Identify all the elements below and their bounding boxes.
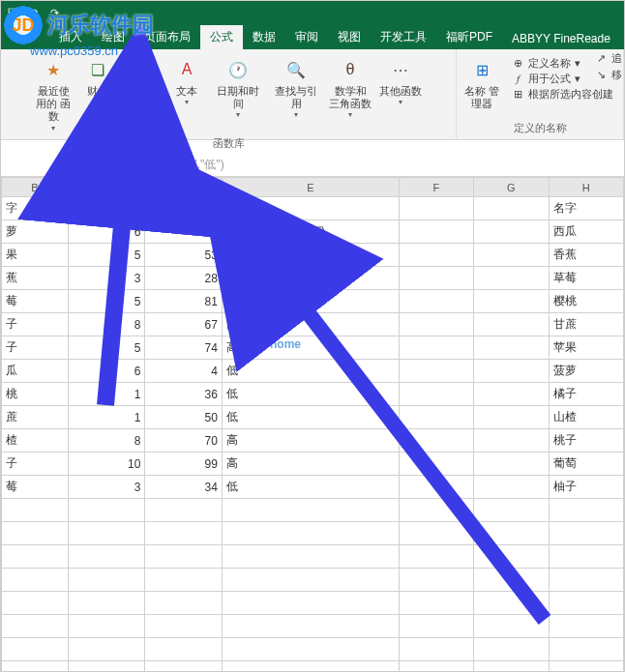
- cell[interactable]: 5: [68, 244, 145, 267]
- cell[interactable]: [399, 383, 473, 406]
- cell[interactable]: 桃: [2, 383, 69, 406]
- column-header[interactable]: C: [68, 178, 145, 197]
- column-header[interactable]: D: [145, 178, 223, 197]
- cell[interactable]: 山楂: [549, 406, 623, 429]
- cell[interactable]: 菠萝: [549, 360, 623, 383]
- cell[interactable]: 子: [2, 336, 69, 360]
- cell[interactable]: IF(D2>50,"高","低"): [222, 220, 399, 244]
- cell[interactable]: [474, 220, 549, 244]
- cell[interactable]: [474, 290, 549, 313]
- redo-icon[interactable]: ↷: [47, 6, 61, 19]
- cell[interactable]: [474, 615, 549, 638]
- cell[interactable]: 67: [145, 313, 223, 336]
- cell[interactable]: [399, 360, 473, 383]
- cell[interactable]: [2, 522, 69, 545]
- cell[interactable]: [474, 476, 549, 499]
- table-row[interactable]: 楂870高桃子: [2, 429, 624, 453]
- cell[interactable]: 甘蔗: [549, 313, 623, 336]
- cell[interactable]: 5: [68, 290, 145, 313]
- cell[interactable]: 6: [68, 360, 145, 383]
- cell[interactable]: [222, 499, 399, 522]
- cell[interactable]: [145, 615, 223, 638]
- cell[interactable]: [399, 592, 473, 615]
- cell[interactable]: [68, 499, 145, 522]
- cell[interactable]: 99: [145, 453, 223, 476]
- cell[interactable]: 子: [2, 453, 69, 476]
- name-manager-button[interactable]: ⊞名称 管理器: [461, 54, 503, 112]
- undo-icon[interactable]: ↶: [26, 6, 40, 19]
- cell[interactable]: [474, 569, 549, 592]
- cell[interactable]: [399, 661, 473, 673]
- tab-view[interactable]: 视图: [328, 25, 371, 49]
- cell[interactable]: [549, 522, 623, 545]
- cell[interactable]: [399, 336, 473, 360]
- cell[interactable]: 价格: [68, 197, 145, 220]
- tab-foxit[interactable]: 福昕PDF: [436, 25, 502, 49]
- cell[interactable]: [222, 661, 399, 673]
- cell[interactable]: [68, 592, 145, 615]
- tab-draw[interactable]: 绘图: [92, 25, 134, 49]
- cell[interactable]: [474, 453, 549, 476]
- spreadsheet-grid[interactable]: B C D E F G H 字价格重量大于50名字萝661IF(D2>50,"高…: [1, 177, 624, 672]
- cell[interactable]: [474, 638, 549, 661]
- cell[interactable]: [549, 615, 623, 638]
- cell[interactable]: [474, 267, 549, 290]
- cell[interactable]: 瓜: [2, 360, 69, 383]
- finance-button[interactable]: ❏财务▾: [76, 54, 119, 108]
- cell[interactable]: 61: [145, 220, 223, 244]
- cell[interactable]: [474, 592, 549, 615]
- cell[interactable]: 3: [68, 267, 145, 290]
- cell[interactable]: 36: [145, 383, 223, 406]
- cell[interactable]: 莓: [2, 290, 69, 313]
- cell[interactable]: [399, 522, 473, 545]
- table-row[interactable]: 蕉328低草莓: [2, 267, 624, 290]
- table-row[interactable]: 字价格重量大于50名字: [2, 197, 624, 220]
- table-row[interactable]: [2, 522, 624, 545]
- cancel-formula-icon[interactable]: ✕: [59, 155, 80, 176]
- text-button[interactable]: A文本▾: [165, 54, 208, 108]
- cell[interactable]: 高: [222, 336, 399, 360]
- cell[interactable]: [222, 615, 399, 638]
- cell[interactable]: 10: [68, 453, 145, 476]
- cell[interactable]: [145, 545, 223, 569]
- save-icon[interactable]: 日: [5, 6, 18, 19]
- cell[interactable]: [399, 499, 473, 522]
- cell[interactable]: [474, 336, 549, 360]
- cell[interactable]: 高: [222, 313, 399, 336]
- remove-button[interactable]: ↘移: [594, 68, 622, 82]
- cell[interactable]: 1: [68, 406, 145, 429]
- column-header[interactable]: B: [2, 178, 69, 197]
- cell[interactable]: [474, 406, 549, 429]
- cell[interactable]: 苹果: [549, 336, 623, 360]
- cell[interactable]: [474, 360, 549, 383]
- table-row[interactable]: [2, 592, 624, 615]
- cell[interactable]: 西瓜: [549, 220, 623, 244]
- table-row[interactable]: 桃136低橘子: [2, 383, 624, 406]
- cell[interactable]: 低: [222, 383, 399, 406]
- cell[interactable]: 低: [222, 476, 399, 499]
- table-row[interactable]: [2, 615, 624, 638]
- tab-layout[interactable]: 页面布局: [134, 25, 200, 49]
- tab-data[interactable]: 数据: [243, 25, 285, 49]
- cell[interactable]: [549, 638, 623, 661]
- cell[interactable]: [68, 569, 145, 592]
- cell[interactable]: 葡萄: [549, 453, 623, 476]
- cell[interactable]: 5: [68, 336, 145, 360]
- cell[interactable]: [2, 545, 69, 569]
- cell[interactable]: [2, 499, 69, 522]
- cell[interactable]: 34: [145, 476, 223, 499]
- cell[interactable]: 4: [145, 360, 223, 383]
- cell[interactable]: 子: [2, 313, 69, 336]
- table-row[interactable]: [2, 545, 624, 569]
- cell[interactable]: [474, 383, 549, 406]
- table-row[interactable]: 子867高甘蔗: [2, 313, 624, 336]
- column-header[interactable]: G: [474, 178, 549, 197]
- cell[interactable]: 6: [68, 220, 145, 244]
- cell[interactable]: [68, 638, 145, 661]
- cell[interactable]: [68, 615, 145, 638]
- cell[interactable]: [68, 545, 145, 569]
- tab-insert[interactable]: 插入: [49, 25, 92, 49]
- cell[interactable]: [549, 569, 623, 592]
- cell[interactable]: 50: [145, 406, 223, 429]
- cell[interactable]: [145, 569, 223, 592]
